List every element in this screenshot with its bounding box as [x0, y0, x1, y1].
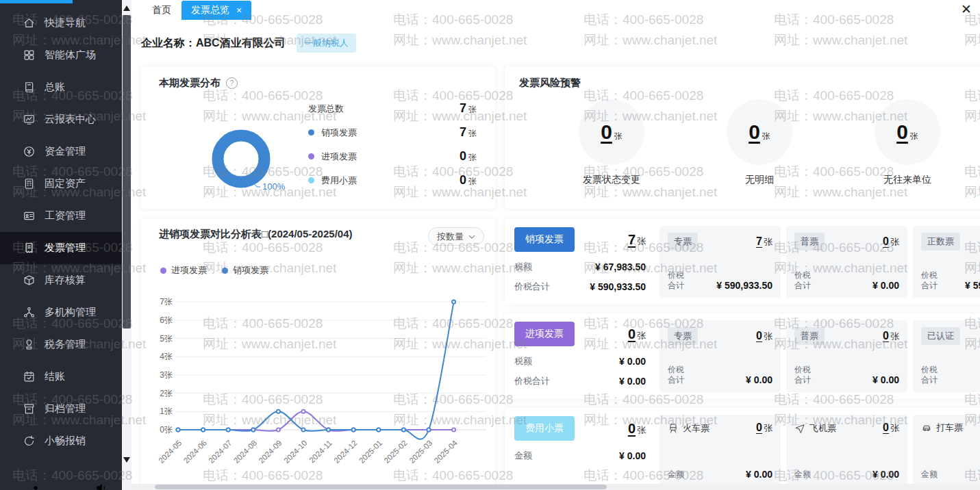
scroll-down-arrow-icon[interactable] [123, 457, 130, 463]
close-icon[interactable]: ✕ [961, 3, 972, 16]
invoice-count[interactable]: 7张 [628, 232, 646, 248]
donut-legend-item: 进项发票0张 [308, 144, 477, 168]
invoice-count[interactable]: 0张 [756, 330, 772, 343]
invoice-count[interactable]: 0张 [883, 235, 899, 248]
summary-main-sales-invoice: 销项发票7张税额¥ 67,983.50价税合计¥ 590,933.50 [505, 219, 659, 305]
field-label: 价税合计 [514, 281, 550, 293]
distribution-card-title: 本期发票分布 [159, 77, 221, 90]
invoice-count[interactable]: 0张 [883, 330, 899, 343]
trend-legend-item: 进项发票 [160, 264, 207, 276]
sidebar-item-archive[interactable]: 归档管理 [0, 393, 122, 425]
fixed-assets-icon [23, 177, 36, 190]
risk-count[interactable]: 0张 [896, 120, 918, 144]
invoice-count[interactable]: 0张 [628, 421, 646, 437]
taxpayer-badge: 一般纳税人 [297, 34, 356, 53]
plane-icon [794, 423, 805, 434]
risk-count[interactable]: 0张 [749, 120, 770, 144]
field-label: 价税合计 [514, 375, 550, 387]
sidebar-item-label: 智能体广场 [45, 49, 96, 62]
sidebar-item-payroll[interactable]: 工资管理 [0, 200, 122, 232]
horizontal-scrollbar-thumb[interactable] [155, 485, 607, 489]
donut-legend-item: 发票总数7张 [308, 96, 477, 120]
field-label: 价税合计 [921, 270, 939, 291]
subcard-label: 打车票 [936, 422, 963, 434]
sidebar-item-multi-org[interactable]: 多机构管理 [0, 296, 122, 328]
company-name: 企业名称：ABC酒业有限公司 [141, 36, 286, 51]
invoice-icon [23, 242, 36, 255]
risk-halo: 0张 [727, 99, 792, 165]
sidebar-item-quick-nav[interactable]: 快捷导航 [0, 7, 122, 39]
summary-field: 价税合计¥ 590,933.50 [514, 281, 646, 293]
svg-text:1张: 1张 [160, 407, 173, 416]
sidebar-item-tax[interactable]: 税务管理 [0, 328, 122, 361]
invoice-type-button-purchase-invoice[interactable]: 进项发票 [514, 322, 575, 346]
summary-row-purchase-invoice: 进项发票0张税额¥ 0.00价税合计¥ 0.00专票0张价税合计¥ 0.00普票… [505, 313, 980, 399]
subcard-expense-receipt-train: 火车票0张金额¥ 0.00 [659, 415, 781, 487]
tab-close-icon[interactable]: × [236, 5, 242, 15]
trend-card-title: 进销项发票对比分析表□(2024/05-2025/04) [159, 228, 353, 241]
invoice-count[interactable]: 0张 [883, 422, 899, 435]
line-chart: 0张1张2张3张4张5张6张7张2024-052024-062024-07202… [149, 281, 490, 490]
invoice-type-button-expense-receipt[interactable]: 费用小票 [514, 416, 575, 441]
legend-value: 0张 [460, 149, 477, 164]
field-label: 金额 [514, 450, 532, 462]
sidebar-item-agent-plaza[interactable]: 智能体广场 [0, 39, 122, 71]
risk-halo: 0张 [579, 99, 644, 165]
summary-field: 价税合计¥ 0.00 [514, 375, 646, 387]
sidebar-item-fixed-assets[interactable]: 固定资产 [0, 168, 122, 200]
sidebar-item-cloud-reports[interactable]: 云报表中心 [0, 103, 122, 136]
speaker-icon[interactable] [95, 481, 108, 490]
sidebar-item-label: 结账 [45, 370, 65, 383]
svg-text:2024-06: 2024-06 [182, 439, 208, 465]
subcard-label-group: 打车票 [921, 422, 963, 434]
measure-dropdown[interactable]: 按数量 [428, 227, 484, 246]
subcard-expense-receipt-flight: 飞机票0张金额¥ 0.00 [786, 415, 907, 487]
legend-dot-icon [222, 268, 228, 274]
invoice-type-button-sales-invoice[interactable]: 销项发票 [514, 227, 575, 252]
risk-warning-card: 发票风险预警 0张发票状态变更0张无明细0张无往来单位 [505, 66, 980, 209]
legend-value: 7张 [460, 125, 477, 140]
sidebar-item-inventory[interactable]: 库存核算 [0, 264, 122, 296]
horizontal-scrollbar[interactable] [131, 484, 980, 490]
sidebar-item-general-ledger[interactable]: 总账 [0, 71, 122, 103]
scroll-up-arrow-icon[interactable] [123, 5, 130, 11]
field-value: ¥ 59 [965, 280, 980, 291]
invoice-count[interactable]: 7张 [756, 235, 772, 248]
risk-card-title: 发票风险预警 [519, 77, 581, 90]
legend-dot-icon [308, 129, 314, 136]
donut-chart: 100% [197, 114, 286, 203]
svg-text:2024-05: 2024-05 [157, 439, 183, 465]
tab-home[interactable]: 首页 [144, 1, 179, 20]
sidebar-item-label: 归档管理 [45, 402, 86, 415]
vertical-scrollbar[interactable] [122, 0, 131, 490]
car-icon [921, 422, 932, 433]
subcard-label-group: 飞机票 [794, 422, 836, 435]
vertical-scrollbar-thumb[interactable] [123, 15, 131, 328]
risk-count[interactable]: 0张 [601, 120, 623, 144]
donut-legend: 发票总数7张销项发票7张进项发票0张费用小票0张 [308, 96, 477, 192]
help-icon[interactable]: ? [226, 77, 238, 89]
legend-dot-icon [308, 153, 314, 159]
tab-invoice-overview[interactable]: 发票总览 × [181, 1, 251, 20]
sidebar-item-label: 税务管理 [45, 338, 86, 351]
legend-value: 0张 [460, 173, 477, 188]
invoice-count[interactable]: 0张 [756, 422, 772, 435]
settings-gear-icon[interactable] [29, 481, 42, 490]
legend-label: 发票总数 [308, 103, 344, 115]
tab-home-label: 首页 [152, 4, 171, 16]
subcard-badge: 专票 [668, 327, 698, 345]
chevron-down-icon [468, 235, 475, 239]
sidebar-item-closing[interactable]: 结账 [0, 361, 122, 393]
donut-legend-item: 销项发票7张 [308, 120, 477, 144]
sidebar-item-reimburse[interactable]: 小畅报销 [0, 425, 122, 457]
invoice-count[interactable]: 0张 [628, 326, 646, 342]
agent-plaza-icon [23, 49, 36, 62]
subcard-sales-invoice-general: 普票0张价税合计¥ 0.00 [786, 226, 907, 298]
funds-icon [23, 145, 36, 158]
tab-bar: 首页 发票总览 × ✕ [131, 0, 980, 21]
svg-text:5张: 5张 [160, 334, 173, 344]
sidebar-item-funds[interactable]: 资金管理 [0, 136, 122, 168]
svg-text:7张: 7张 [160, 297, 173, 307]
sidebar-item-invoice[interactable]: 发票管理 [0, 232, 122, 264]
subcard-label-group: 火车票 [668, 422, 709, 435]
